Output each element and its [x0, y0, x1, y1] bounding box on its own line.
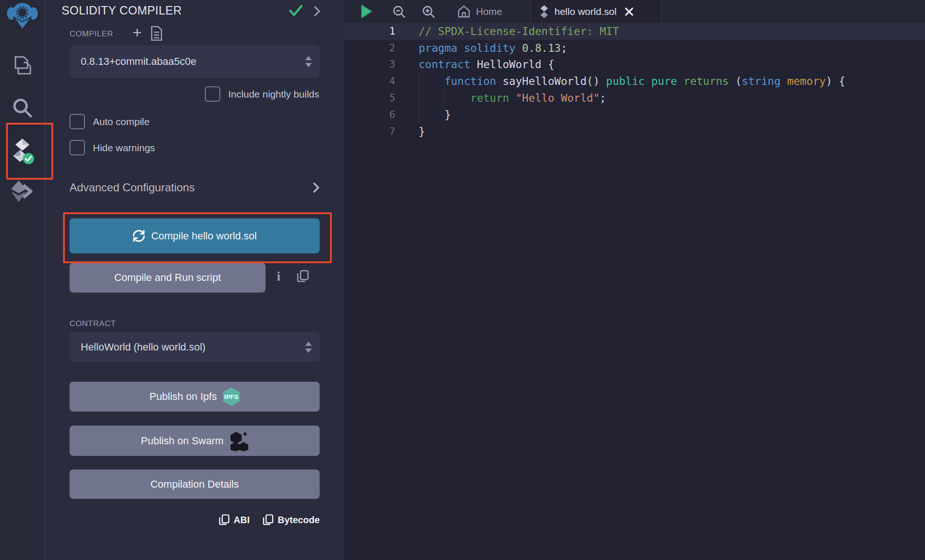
tab-home-label: Home [476, 6, 502, 17]
advanced-configurations[interactable]: Advanced Configurations [70, 181, 320, 194]
code-line[interactable]: 5 return "Hello World"; [344, 90, 925, 106]
ipfs-badge-icon: IPFS [223, 387, 240, 406]
code-line[interactable]: 4 function sayHelloWorld() public pure r… [344, 73, 925, 90]
publish-swarm-button[interactable]: Publish on Swarm [70, 426, 320, 456]
select-arrows-icon [305, 341, 312, 353]
advanced-chevron-icon [313, 182, 320, 193]
include-nightly-checkbox[interactable] [205, 86, 220, 102]
copy-icon [219, 514, 230, 526]
file-explorer-icon[interactable] [0, 55, 44, 77]
code-text: contract HelloWorld { [395, 58, 554, 70]
line-number: 7 [344, 126, 395, 137]
panel-collapse-chevron-icon[interactable] [313, 6, 321, 19]
include-nightly-label[interactable]: Include nightly builds [228, 89, 319, 100]
compilation-details-button[interactable]: Compilation Details [70, 469, 320, 499]
compile-and-run-label: Compile and Run script [114, 272, 221, 284]
copy-icon [263, 514, 273, 526]
compiler-section-label: COMPILER [70, 29, 113, 39]
line-number: 5 [344, 92, 395, 104]
compile-success-check-icon [289, 5, 303, 19]
home-icon [457, 5, 471, 19]
indent-guide [443, 90, 444, 106]
code-text: pragma solidity 0.8.13; [395, 42, 568, 54]
copy-bytecode-button[interactable]: Bytecode [263, 514, 320, 526]
auto-compile-label[interactable]: Auto compile [93, 116, 149, 127]
compiler-doc-icon[interactable] [150, 26, 163, 43]
code-text: function sayHelloWorld() public pure ret… [395, 75, 845, 87]
auto-compile-checkbox[interactable] [70, 114, 85, 129]
line-number: 2 [344, 42, 395, 54]
compile-button-label: Compile hello world.sol [151, 230, 257, 242]
icon-sidebar [0, 0, 45, 560]
code-text: // SPDX-License-Identifier: MIT [395, 25, 619, 37]
indent-guide [419, 73, 419, 123]
line-number: 1 [344, 26, 395, 37]
auto-compile-row: Auto compile [70, 114, 149, 129]
compile-and-run-button[interactable]: Compile and Run script [70, 263, 266, 293]
compile-button[interactable]: Compile hello world.sol [70, 218, 320, 253]
code-text: return "Hello World"; [395, 92, 606, 104]
advanced-configurations-label: Advanced Configurations [70, 181, 195, 194]
code-editor[interactable]: 1// SPDX-License-Identifier: MIT2pragma … [344, 23, 925, 140]
refresh-icon [133, 230, 145, 242]
tab-file-label: hello world.sol [554, 6, 617, 17]
compilation-details-label: Compilation Details [150, 478, 239, 490]
contract-select-value: HelloWorld (hello world.sol) [81, 341, 305, 353]
zoom-out-icon[interactable] [392, 5, 406, 20]
code-text: } [395, 109, 451, 121]
solidity-compiler-icon[interactable] [0, 138, 44, 166]
publish-ipfs-label: Publish on Ipfs [149, 391, 217, 403]
remix-logo-icon[interactable] [0, 1, 44, 30]
bytecode-label: Bytecode [278, 515, 320, 525]
search-icon[interactable] [0, 97, 44, 119]
solidity-compiler-panel: SOLIDITY COMPILER COMPILER + 0.8.13+comm… [45, 0, 344, 560]
publish-ipfs-button[interactable]: Publish on Ipfs IPFS [70, 382, 320, 412]
info-icon[interactable]: i [277, 269, 280, 284]
hide-warnings-row: Hide warnings [70, 140, 155, 155]
swarm-icon [230, 431, 248, 451]
code-line[interactable]: 3contract HelloWorld { [344, 56, 925, 73]
code-line[interactable]: 2pragma solidity 0.8.13; [344, 40, 925, 56]
editor-tabbar: Home hello world.sol [344, 0, 925, 23]
hide-warnings-checkbox[interactable] [70, 140, 85, 155]
contract-select[interactable]: HelloWorld (hello world.sol) [70, 332, 320, 362]
solidity-file-icon [539, 5, 549, 18]
code-line[interactable]: 1// SPDX-License-Identifier: MIT [344, 23, 925, 40]
editor-region: Home hello world.sol 1// SPDX-License-Id… [344, 0, 925, 560]
panel-title: SOLIDITY COMPILER [62, 4, 182, 17]
code-line[interactable]: 6 } [344, 106, 925, 123]
compiler-version-value: 0.8.13+commit.abaa5c0e [81, 56, 305, 68]
remix-ide-window: SOLIDITY COMPILER COMPILER + 0.8.13+comm… [0, 0, 925, 560]
hide-warnings-label[interactable]: Hide warnings [93, 142, 155, 154]
contract-section-label: CONTRACT [70, 319, 116, 329]
line-number: 3 [344, 59, 395, 70]
tab-home[interactable]: Home [448, 0, 511, 23]
compiler-version-select[interactable]: 0.8.13+commit.abaa5c0e [70, 45, 320, 78]
zoom-in-icon[interactable] [422, 5, 435, 20]
code-text: } [395, 126, 425, 138]
deploy-and-run-icon[interactable] [0, 180, 44, 203]
run-script-play-icon[interactable] [361, 5, 372, 20]
copy-script-icon[interactable] [297, 270, 309, 285]
code-line[interactable]: 7} [344, 123, 925, 140]
include-nightly-row: Include nightly builds [205, 86, 319, 102]
close-tab-icon[interactable] [624, 7, 634, 16]
line-number: 6 [344, 109, 395, 120]
abi-label: ABI [234, 515, 250, 525]
publish-swarm-label: Publish on Swarm [141, 435, 224, 447]
line-number: 4 [344, 76, 395, 87]
abi-bytecode-row: ABI Bytecode [219, 514, 320, 526]
tab-hello-world-sol[interactable]: hello world.sol [531, 0, 662, 23]
copy-abi-button[interactable]: ABI [219, 514, 250, 526]
select-arrows-icon [305, 56, 312, 68]
add-compiler-icon[interactable]: + [133, 23, 142, 42]
